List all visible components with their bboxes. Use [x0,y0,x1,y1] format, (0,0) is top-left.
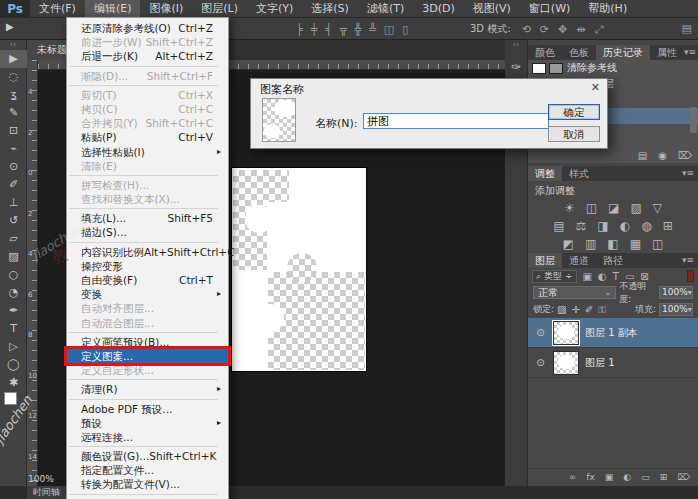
adjustment-icon[interactable]: ▽ [653,201,662,215]
panel-menu-icon[interactable]: ▾≡ [682,253,698,268]
adjustment-icon[interactable]: ▤ [553,219,564,233]
menu-item[interactable]: 定义图案... [67,349,228,363]
menu-item[interactable]: 填充(L)... Shift+F5 [67,211,228,225]
menu-item[interactable]: 预设 ▸ [67,416,228,430]
tab-layers[interactable]: 图层 [528,253,562,268]
tool-icon[interactable]: ▶ [0,50,27,68]
adjustment-icon[interactable]: ☀ [564,201,575,215]
menu-bar-item[interactable]: 编辑(E) [85,0,141,18]
adjustment-icon[interactable]: ◪ [608,201,619,215]
menu-item[interactable]: 内容识别比例 Alt+Shift+Ctrl+C [67,245,228,259]
history-scrollbar[interactable] [690,107,697,133]
tool-icon[interactable]: ▱ [0,230,27,248]
menu-bar-item[interactable]: 图像(I) [140,0,192,18]
tab-paths[interactable]: 路径 [596,253,630,268]
menu-item[interactable]: 前进一步(W) Shift+Ctrl+Z [67,35,228,49]
menu-bar-item[interactable]: 滤镜(T) [358,0,413,18]
layers-action-icon[interactable]: ∞ [569,472,577,482]
visibility-eye-icon[interactable]: ⊙ [534,327,547,338]
layer-row[interactable]: ⊙ 图层 1 副本 [528,318,698,348]
align-icon[interactable]: ╩ [369,23,376,36]
menu-bar-item[interactable]: 帮助(H) [579,0,636,18]
panel-toggle-icon[interactable]: ▤ [682,22,692,35]
filter-kind-icon[interactable]: ▣ [583,271,592,282]
layers-action-icon[interactable]: ▣ [605,472,614,482]
canvas-document[interactable] [232,168,366,371]
filter-kind-icon[interactable]: ◐ [598,271,607,282]
menu-bar-item[interactable]: 文件(F) [30,0,85,18]
layer-row[interactable]: ⊙ 图层 1 [528,348,698,378]
close-icon[interactable]: ✕ [591,81,600,94]
layers-action-icon[interactable]: ▭ [641,472,650,482]
adjustment-icon[interactable]: ◍ [641,219,651,233]
tool-icon[interactable]: ✱ [0,374,27,392]
cancel-button[interactable]: 取消 [548,126,600,142]
tool-icon[interactable]: ◌ [0,68,27,86]
opacity-value[interactable]: 100% ▾ [659,286,693,299]
blend-mode-select[interactable]: 正常 ⌄ [533,286,616,299]
menu-bar-item[interactable]: 文字(Y) [247,0,302,18]
tool-icon[interactable]: ↺ [0,212,27,230]
lock-icon[interactable]: ✛ [572,304,580,316]
menu-item[interactable]: 自动对齐图层... [67,301,228,315]
tool-icon[interactable]: ○ [0,266,27,284]
lock-icon[interactable]: ✐ [585,304,593,316]
menu-item[interactable]: 剪切(T) Ctrl+X [67,88,228,102]
threed-mode-icon[interactable]: ⟳ [540,23,549,36]
menu-bar-item[interactable]: 3D(D) [413,0,464,18]
menu-item[interactable]: 指定配置文件... [67,463,228,477]
tool-icon[interactable]: T [0,320,27,338]
filter-type-dropdown[interactable]: ⌕ 类型 ÷ [532,270,577,283]
menu-item[interactable]: 自动混合图层... [67,316,228,330]
tab-properties[interactable]: 属性 [650,45,684,60]
menu-bar-item[interactable]: 选择(S) [302,0,358,18]
tab-channels[interactable]: 通道 [562,253,596,268]
adjustment-icon[interactable]: ◩ [563,237,574,251]
menu-item[interactable]: 清除(E) [67,159,228,173]
menu-item[interactable]: 定义画笔预设(B)... [67,335,228,349]
tab-styles[interactable]: 样式 [562,166,596,181]
fill-value[interactable]: 100% ▾ [659,303,693,316]
brush-panel-icon[interactable]: ✑ [505,60,527,74]
menu-item[interactable]: 清理(R) ▸ [67,382,228,396]
toolbar-header-dots[interactable]: ‹‹ [0,40,26,50]
align-icon[interactable]: ╡ [325,23,332,36]
menu-item[interactable]: 选择性粘贴(I) ▸ [67,145,228,159]
menu-item[interactable]: 粘贴(P) Ctrl+V [67,130,228,144]
align-icon[interactable]: ▯ [402,23,408,36]
visibility-eye-icon[interactable]: ⊙ [534,357,547,368]
adjustment-icon[interactable]: ⚖ [576,219,587,233]
tool-icon[interactable]: ⌁ [0,140,27,158]
threed-mode-icon[interactable]: ⟲ [522,23,531,36]
adjustment-icon[interactable]: ▨ [630,201,641,215]
history-action-icon[interactable]: ◉ [658,150,667,161]
tool-icon[interactable]: ✎ [0,104,27,122]
foreground-color-swatch[interactable] [4,392,17,405]
menu-item[interactable]: 转换为配置文件(V)... [67,477,228,491]
menu-bar-item[interactable]: 图层(L) [192,0,247,18]
panel-menu-icon[interactable]: ▾≡ [684,45,698,60]
threed-mode-icon[interactable]: ⇹ [576,23,585,36]
adjustment-icon[interactable]: ◨ [597,219,608,233]
history-snapshot-row[interactable]: 清除参考线 [528,60,698,76]
filter-kind-icon[interactable]: T [613,271,619,282]
tab-color[interactable]: 颜色 [528,45,562,60]
tool-icon[interactable]: ◯ [0,356,27,374]
layers-action-icon[interactable]: fx [586,472,595,482]
adjustment-icon[interactable]: ⊞ [663,219,673,233]
menu-item[interactable]: 颜色设置(G)... Shift+Ctrl+K [67,449,228,463]
dock-expander-dots[interactable]: ‹‹ [505,40,527,50]
history-action-icon[interactable]: ▤ [638,150,647,161]
align-icon[interactable]: ╬ [355,23,362,36]
history-action-icon[interactable]: ⌦ [678,150,692,161]
tool-icon[interactable]: ʓ [0,86,27,104]
adjustment-icon[interactable]: ◫ [652,237,663,251]
layers-action-icon[interactable]: ⌦ [677,472,690,482]
adjustment-icon[interactable]: ▦ [630,237,641,251]
menu-item[interactable]: 自由变换(F) Ctrl+T [67,273,228,287]
tool-icon[interactable]: ✒ [0,302,27,320]
tool-icon[interactable]: ⊥ [0,194,27,212]
align-icon[interactable]: ╦ [340,23,347,36]
menu-bar-item[interactable]: 窗口(W) [520,0,579,18]
lock-icon[interactable]: ⚿ [598,304,606,316]
